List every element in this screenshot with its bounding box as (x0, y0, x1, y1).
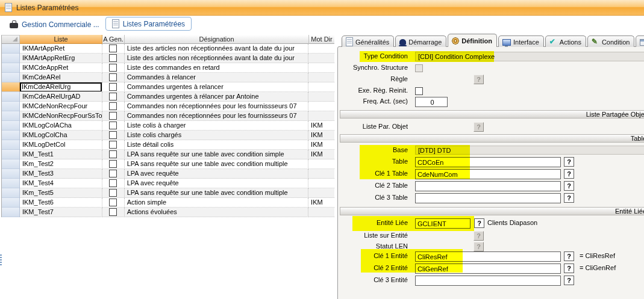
cell-mot-dir[interactable] (308, 63, 334, 73)
cell-a-gen[interactable] (102, 102, 125, 111)
entite-liee-help-button[interactable]: ? (474, 218, 484, 228)
cell-mot-dir[interactable] (308, 54, 334, 63)
column-header-liste[interactable]: Liste (20, 35, 102, 44)
detail-tab-condi[interactable]: Condi (636, 35, 644, 47)
cle3-entite-help-button[interactable]: ? (564, 276, 574, 285)
cell-liste[interactable]: IKMLogColCha (20, 131, 102, 140)
table-row[interactable]: IKMLogColChaListe colis chargésIKM (2, 131, 334, 140)
cell-a-gen[interactable] (102, 63, 125, 73)
row-header-cell[interactable] (2, 102, 20, 111)
cell-liste[interactable]: IKMLogDetCol (20, 140, 102, 150)
row-header-cell[interactable] (2, 82, 20, 92)
cell-liste[interactable]: IKm_Test5 (20, 188, 102, 198)
cell-designation[interactable]: Liste colis à charger (125, 121, 308, 131)
table-row[interactable]: IKmCdeARelUrgADCommandes urgentes à réla… (2, 92, 334, 102)
table-row[interactable]: IKMArtAppRetErgListe des articles non ré… (2, 54, 334, 63)
cell-designation[interactable]: Commandes à relancer (125, 73, 308, 82)
a-gen-checkbox[interactable] (109, 160, 117, 168)
row-header-cell[interactable] (2, 179, 20, 188)
a-gen-checkbox[interactable] (109, 131, 117, 139)
cell-mot-dir[interactable]: IKM (308, 198, 334, 208)
a-gen-checkbox[interactable] (109, 199, 117, 206)
cle3-table-input[interactable] (415, 193, 561, 203)
cell-liste[interactable]: IKmCdeARelUrg (20, 82, 102, 92)
cell-designation[interactable]: Action simple (125, 198, 308, 208)
a-gen-checkbox[interactable] (109, 150, 117, 158)
column-header-designation[interactable]: Désignation (125, 35, 309, 44)
cell-liste[interactable]: IKM_Test1 (20, 150, 102, 159)
cle3-entite-input[interactable] (415, 276, 561, 286)
cell-mot-dir[interactable] (308, 169, 334, 179)
a-gen-checkbox[interactable] (109, 170, 117, 177)
a-gen-checkbox[interactable] (109, 112, 117, 120)
cell-designation[interactable]: LPA sans requête sur une table avec cond… (125, 159, 308, 169)
cell-liste[interactable]: IKMCdeNonRecpFour (20, 102, 102, 111)
liste-sur-entite-help-button[interactable]: ? (474, 231, 484, 241)
cell-designation[interactable]: Commandes non réceptionnées pour les fou… (125, 111, 308, 121)
cell-mot-dir[interactable] (308, 82, 334, 92)
entite-liee-input[interactable] (415, 218, 470, 229)
cell-liste[interactable]: IKMCdeAppRet (20, 63, 102, 73)
cell-a-gen[interactable] (102, 198, 125, 208)
row-header-cell[interactable] (2, 54, 20, 63)
table-help-button[interactable]: ? (564, 157, 574, 167)
cell-liste[interactable]: IKm_Test2 (20, 159, 102, 169)
cell-a-gen[interactable] (102, 121, 125, 131)
row-header-cell[interactable] (2, 111, 20, 121)
table-row[interactable]: IKmCdeARelUrgCommandes urgentes à relanc… (2, 82, 334, 92)
cell-a-gen[interactable] (102, 92, 125, 102)
cell-mot-dir[interactable] (308, 159, 334, 169)
a-gen-checkbox[interactable] (109, 208, 117, 216)
cell-designation[interactable]: Liste colis chargés (125, 131, 308, 140)
cle1-table-help-button[interactable]: ? (564, 169, 574, 179)
regle-help-button[interactable]: ? (474, 75, 484, 84)
cell-liste[interactable]: IKM_Test6 (20, 198, 102, 208)
cle3-table-help-button[interactable]: ? (564, 193, 574, 203)
table-row[interactable]: IKm_Test5LPA sans requête sur une table … (2, 188, 334, 198)
table-row[interactable]: IKMCdeAppRetListe des commandes en retar… (2, 63, 334, 73)
row-header-cell[interactable] (2, 63, 20, 73)
cell-liste[interactable]: IKMArtAppRetErg (20, 54, 102, 63)
a-gen-checkbox[interactable] (109, 93, 117, 100)
cell-mot-dir[interactable] (308, 188, 334, 198)
table-row[interactable]: IKMLogDetColListe détail colisIKM (2, 140, 334, 150)
cell-designation[interactable]: Commandes urgentes à rélancer par Antoin… (125, 92, 308, 102)
splitter-grip[interactable] (0, 254, 2, 267)
selected-cell-box[interactable]: IKmCdeARelUrg (20, 82, 102, 92)
row-header-cell[interactable] (2, 169, 20, 179)
cell-a-gen[interactable] (102, 169, 125, 179)
base-value[interactable]: [DTD] DTD (415, 146, 644, 155)
table-row[interactable]: IKMCdeNonRecpFourSsTotCommandes non réce… (2, 111, 334, 121)
window-tab[interactable]: Listes Paramétrées (105, 17, 192, 31)
cell-mot-dir[interactable] (308, 73, 334, 82)
cell-mot-dir[interactable] (308, 179, 334, 188)
statut-len-help-button[interactable]: ? (474, 242, 484, 251)
liste-par-objet-help-button[interactable]: ? (474, 122, 484, 132)
row-header-cell[interactable] (2, 73, 20, 82)
column-header-mot-dir[interactable]: Mot Dir (309, 35, 334, 44)
cell-mot-dir[interactable] (308, 92, 334, 102)
cell-a-gen[interactable] (102, 140, 125, 150)
cell-mot-dir[interactable] (308, 102, 334, 111)
detail-tab-démarrage[interactable]: Démarrage (395, 35, 446, 47)
table-row[interactable]: IKMCdeNonRecpFourCommandes non réception… (2, 102, 334, 111)
column-header-a-gen[interactable]: A Gen. (102, 35, 125, 44)
cell-a-gen[interactable] (102, 44, 125, 54)
cle2-table-help-button[interactable]: ? (564, 181, 574, 191)
table-row[interactable]: IKM_Test4LPA avec requête (2, 179, 334, 188)
detail-tab-condition[interactable]: Condition (587, 35, 634, 47)
table-corner-cell[interactable] (1, 35, 20, 44)
cell-a-gen[interactable] (102, 73, 125, 82)
cell-designation[interactable]: Commandes urgentes à relancer (125, 82, 308, 92)
row-header-cell[interactable] (2, 140, 20, 150)
cell-liste[interactable]: IKM_Test3 (20, 169, 102, 179)
cell-a-gen[interactable] (102, 82, 125, 92)
cell-designation[interactable]: Liste des commandes en retard (125, 63, 308, 73)
cell-liste[interactable]: IKMArtAppRet (20, 44, 102, 54)
row-header-cell[interactable] (2, 92, 20, 102)
freq-act-input[interactable] (415, 97, 448, 107)
cle2-entite-input[interactable] (415, 264, 561, 274)
table-row[interactable]: IKM_Test6Action simpleIKM (2, 198, 334, 208)
table-row[interactable]: IKM_Test1LPA sans requête sur une table … (2, 150, 334, 159)
row-header-cell[interactable] (2, 198, 20, 208)
